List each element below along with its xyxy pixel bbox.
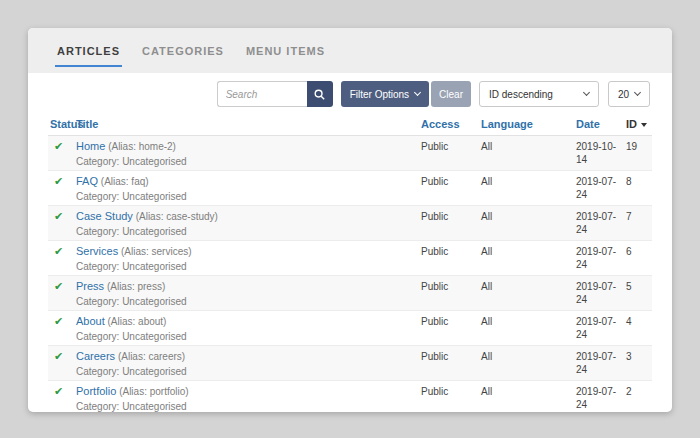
language-cell: All [481,140,576,168]
chevron-down-icon [634,89,641,96]
clear-button[interactable]: Clear [431,81,471,107]
article-alias: (Alias: about) [108,316,167,327]
article-alias-text: (Alias: faq) [101,176,149,187]
table-row: ✔ Case Study (Alias: case-study) Categor… [48,206,652,241]
article-alias-text: (Alias: services) [121,246,192,257]
header-title[interactable]: Title [76,118,421,130]
status-cell: ✔ [48,210,76,238]
date-cell: 2019-07-24 [576,245,626,273]
language-cell: All [481,315,576,343]
table-row: ✔ Careers (Alias: careers) Category: Unc… [48,346,652,381]
id-cell: 5 [626,280,652,308]
table-row: ✔ Portfolio (Alias: portfolio) Category:… [48,381,652,412]
page-size-value: 20 [618,89,629,100]
status-cell: ✔ [48,175,76,203]
sort-select-value: ID descending [489,89,553,100]
status-cell: ✔ [48,140,76,168]
access-cell: Public [421,315,481,343]
date-cell: 2019-07-24 [576,175,626,203]
tab-articles[interactable]: ARTICLES [55,45,122,67]
article-category: Category: Uncategorised [76,260,421,273]
filter-options-button[interactable]: Filter Options [341,81,429,107]
page-size-select[interactable]: 20 [608,81,650,107]
toolbar: Filter Options Clear ID descending 20 [28,73,672,115]
header-language[interactable]: Language [481,118,576,130]
article-alias: (Alias: faq) [101,176,149,187]
article-category: Category: Uncategorised [76,225,421,238]
article-alias: (Alias: portfolio) [119,386,188,397]
id-cell: 7 [626,210,652,238]
access-cell: Public [421,245,481,273]
status-published-check-icon[interactable]: ✔ [48,315,63,328]
table-header-row: Status Title Access Language Date ID [48,115,652,136]
article-title-link[interactable]: Portfolio [76,385,116,397]
article-title-link[interactable]: Case Study [76,210,133,222]
article-title-link[interactable]: FAQ [76,175,98,187]
article-alias-text: (Alias: portfolio) [119,386,188,397]
status-cell: ✔ [48,315,76,343]
search-input[interactable] [217,81,307,107]
articles-table: Status Title Access Language Date ID ✔ H… [48,115,652,412]
status-cell: ✔ [48,245,76,273]
id-cell: 6 [626,245,652,273]
article-alias-text: (Alias: press) [107,281,165,292]
language-cell: All [481,385,576,412]
title-cell: Services (Alias: services) Category: Unc… [76,245,421,273]
tab-menu-items[interactable]: MENU ITEMS [244,45,327,67]
header-id[interactable]: ID [626,118,652,130]
language-cell: All [481,350,576,378]
article-title-link[interactable]: Services [76,245,118,257]
article-title-link[interactable]: Careers [76,350,115,362]
access-cell: Public [421,140,481,168]
date-cell: 2019-10-14 [576,140,626,168]
language-cell: All [481,210,576,238]
table-body: ✔ Home (Alias: home-2) Category: Uncateg… [48,136,652,412]
article-title-link[interactable]: Press [76,280,104,292]
search-button[interactable] [307,81,333,107]
header-date[interactable]: Date [576,118,626,130]
access-cell: Public [421,280,481,308]
date-cell: 2019-07-24 [576,350,626,378]
article-category: Category: Uncategorised [76,365,421,378]
header-status[interactable]: Status [48,118,76,130]
title-cell: Careers (Alias: careers) Category: Uncat… [76,350,421,378]
article-title-link[interactable]: About [76,315,105,327]
status-published-check-icon[interactable]: ✔ [48,175,63,188]
status-published-check-icon[interactable]: ✔ [48,280,63,293]
article-alias: (Alias: press) [107,281,165,292]
title-cell: Home (Alias: home-2) Category: Uncategor… [76,140,421,168]
date-cell: 2019-07-24 [576,385,626,412]
header-access[interactable]: Access [421,118,481,130]
article-alias-text: (Alias: case-study) [136,211,218,222]
article-category: Category: Uncategorised [76,330,421,343]
status-cell: ✔ [48,350,76,378]
id-cell: 19 [626,140,652,168]
title-cell: About (Alias: about) Category: Uncategor… [76,315,421,343]
article-alias: (Alias: case-study) [136,211,218,222]
status-published-check-icon[interactable]: ✔ [48,385,63,398]
date-cell: 2019-07-24 [576,315,626,343]
content-card: ARTICLES CATEGORIES MENU ITEMS Filter Op… [28,28,672,412]
status-published-check-icon[interactable]: ✔ [48,140,63,153]
id-cell: 4 [626,315,652,343]
status-published-check-icon[interactable]: ✔ [48,245,63,258]
status-published-check-icon[interactable]: ✔ [48,210,63,223]
article-alias-text: (Alias: careers) [118,351,185,362]
date-cell: 2019-07-24 [576,280,626,308]
sort-select[interactable]: ID descending [479,81,599,107]
header-id-label: ID [626,118,637,130]
article-alias-text: (Alias: about) [108,316,167,327]
article-title-link[interactable]: Home [76,140,105,152]
status-cell: ✔ [48,280,76,308]
title-cell: Portfolio (Alias: portfolio) Category: U… [76,385,421,412]
article-alias-text: (Alias: home-2) [108,141,176,152]
access-cell: Public [421,175,481,203]
date-cell: 2019-07-24 [576,210,626,238]
access-cell: Public [421,210,481,238]
chevron-down-icon [583,89,590,96]
status-published-check-icon[interactable]: ✔ [48,350,63,363]
tabbar: ARTICLES CATEGORIES MENU ITEMS [28,28,672,73]
tab-categories[interactable]: CATEGORIES [140,45,226,67]
id-cell: 3 [626,350,652,378]
article-category: Category: Uncategorised [76,190,421,203]
